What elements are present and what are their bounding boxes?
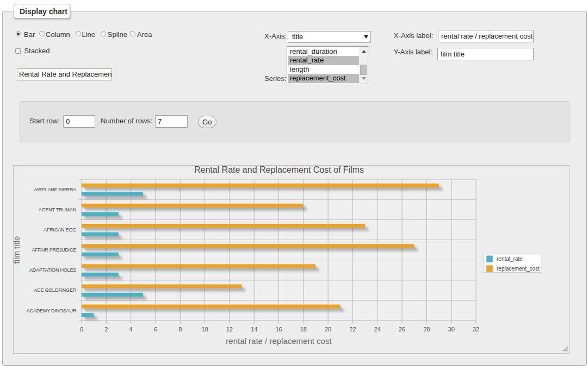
svg-text:32: 32 — [473, 326, 479, 333]
svg-text:26: 26 — [399, 326, 405, 333]
svg-text:AFRICAN EGG: AFRICAN EGG — [44, 227, 76, 233]
svg-text:AGENT TRUMAN: AGENT TRUMAN — [39, 207, 76, 212]
svg-text:28: 28 — [423, 326, 430, 333]
svg-text:rental rate / replacement cost: rental rate / replacement cost — [226, 336, 332, 346]
svg-text:12: 12 — [226, 326, 233, 333]
svg-text:8: 8 — [178, 326, 182, 333]
svg-text:0: 0 — [80, 326, 83, 333]
svg-text:10: 10 — [201, 326, 208, 333]
svg-text:6: 6 — [154, 326, 157, 333]
svg-text:24: 24 — [374, 326, 381, 333]
svg-text:22: 22 — [349, 326, 356, 333]
svg-text:ADAPTATION HOLES: ADAPTATION HOLES — [29, 267, 76, 273]
svg-text:replacement_cost: replacement_cost — [497, 266, 540, 272]
svg-text:16: 16 — [275, 326, 282, 333]
svg-text:18: 18 — [300, 326, 307, 333]
svg-text:film title: film title — [13, 236, 21, 264]
svg-text:ACE GOLDFINGER: ACE GOLDFINGER — [34, 287, 76, 293]
svg-text:rental_rate: rental_rate — [497, 256, 523, 262]
svg-text:30: 30 — [448, 326, 455, 333]
svg-text:Rental Rate and Replacement Co: Rental Rate and Replacement Cost of Film… — [194, 165, 364, 174]
svg-text:14: 14 — [251, 326, 257, 333]
svg-text:AIRPLANE SIERRA: AIRPLANE SIERRA — [34, 187, 76, 192]
svg-text:2: 2 — [104, 326, 108, 333]
svg-text:ACADEMY DINOSAUR: ACADEMY DINOSAUR — [27, 308, 77, 313]
svg-text:4: 4 — [129, 326, 133, 333]
svg-text:20: 20 — [325, 326, 331, 333]
svg-text:AFFAIR PREJUDICE: AFFAIR PREJUDICE — [32, 247, 76, 253]
